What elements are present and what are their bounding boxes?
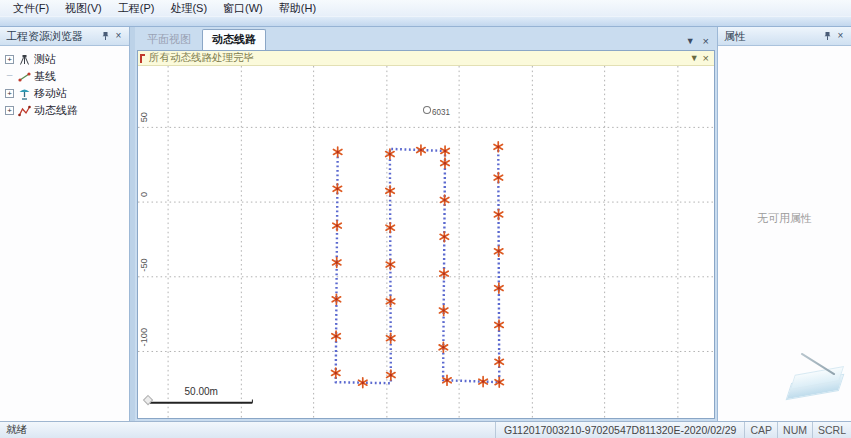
tab-strip: 平面视图动态线路	[137, 29, 267, 50]
status-project-id: G112017003210-97020547D811320E-2020/02/2…	[495, 422, 745, 438]
status-toggle-cap[interactable]: CAP	[744, 422, 777, 438]
tree-connector: ─	[5, 72, 14, 81]
sidebar-item-rovers[interactable]: +移动站	[2, 85, 127, 102]
tree-item-label: 基线	[34, 69, 56, 84]
sidebar-item-baselines[interactable]: ─基线	[2, 68, 127, 85]
tab-plan-view[interactable]: 平面视图	[137, 29, 201, 50]
track-plot-viewport[interactable]: 500-50-100603150.00m	[138, 66, 714, 418]
menu-item-window[interactable]: 窗口(W)	[216, 0, 270, 17]
svg-text:6031: 6031	[432, 108, 450, 117]
properties-header: 属性 ×	[718, 27, 851, 46]
expand-icon[interactable]: +	[5, 106, 14, 115]
dynamic-route-document: 所有动态线路处理完毕 ▼ × 500-50-100603150.00m	[137, 50, 715, 419]
menu-bar: 文件(F)视图(V)工程(P)处理(S)窗口(W)帮助(H)	[0, 0, 851, 16]
status-toggle-num[interactable]: NUM	[777, 422, 812, 438]
close-icon[interactable]: ×	[112, 30, 125, 43]
svg-text:50: 50	[139, 112, 149, 122]
project-explorer-header: 工程资源浏览器 ×	[0, 27, 129, 46]
project-explorer-title: 工程资源浏览器	[6, 29, 99, 44]
notification-chevron-down-icon[interactable]: ▼	[690, 54, 699, 63]
application-window: 文件(F)视图(V)工程(P)处理(S)窗口(W)帮助(H) 工程资源浏览器 ×…	[0, 0, 851, 438]
svg-text:50.00m: 50.00m	[184, 386, 217, 397]
status-toggle-group: CAPNUMSCRL	[744, 422, 851, 438]
tab-list-chevron-down-icon[interactable]: ▼	[686, 37, 695, 46]
status-toggle-scrl[interactable]: SCRL	[812, 422, 851, 438]
expand-icon[interactable]: +	[5, 89, 14, 98]
status-ready-text: 就绪	[0, 423, 495, 437]
track-plot: 500-50-100603150.00m	[138, 66, 714, 418]
properties-title: 属性	[724, 29, 821, 44]
watermark-logo	[784, 361, 848, 407]
sidebar-item-routes[interactable]: +动态线路	[2, 102, 127, 119]
menu-item-view[interactable]: 视图(V)	[58, 0, 109, 17]
tripod-icon	[17, 54, 31, 66]
tree-item-label: 移动站	[34, 86, 67, 101]
document-tab-bar: 平面视图动态线路 ▼ ×	[135, 27, 717, 50]
properties-panel: 属性 × 无可用属性	[717, 27, 851, 421]
track-markers	[332, 142, 504, 388]
svg-text:-50: -50	[139, 258, 149, 271]
notification-bar: 所有动态线路处理完毕 ▼ ×	[138, 51, 714, 66]
document-area: 平面视图动态线路 ▼ × 所有动态线路处理完毕 ▼ × 500-50-10060…	[135, 27, 717, 421]
route-icon	[17, 105, 31, 117]
expand-icon[interactable]: +	[5, 55, 14, 64]
close-icon[interactable]: ×	[834, 30, 847, 43]
station-marker[interactable]: 6031	[423, 106, 450, 117]
menu-item-project[interactable]: 工程(P)	[111, 0, 162, 17]
tab-dynamic-route[interactable]: 动态线路	[202, 29, 266, 50]
project-explorer-body: +测站─基线+移动站+动态线路	[0, 46, 129, 421]
tab-bar-controls: ▼ ×	[686, 36, 713, 50]
resource-tree: +测站─基线+移动站+动态线路	[0, 46, 129, 124]
scale-bar: 50.00m	[150, 386, 252, 402]
tree-item-label: 测站	[34, 52, 56, 67]
svg-text:-100: -100	[139, 328, 149, 346]
svg-text:0: 0	[139, 192, 149, 197]
no-properties-message: 无可用属性	[718, 211, 851, 226]
properties-body: 无可用属性	[718, 46, 851, 421]
y-axis-labels: 500-50-100	[139, 112, 149, 346]
menu-item-process[interactable]: 处理(S)	[163, 0, 214, 17]
main-area: 工程资源浏览器 × +测站─基线+移动站+动态线路 平面视图动态线路 ▼ ×	[0, 27, 851, 421]
pin-icon[interactable]	[821, 30, 834, 43]
status-bar: 就绪 G112017003210-97020547D811320E-2020/0…	[0, 421, 851, 438]
track-line	[336, 147, 500, 383]
notification-corner-mark	[140, 54, 145, 63]
menu-item-file[interactable]: 文件(F)	[6, 0, 56, 17]
rover-icon	[17, 88, 31, 100]
project-explorer-panel: 工程资源浏览器 × +测站─基线+移动站+动态线路	[0, 27, 130, 421]
tree-item-label: 动态线路	[34, 103, 78, 118]
notification-text: 所有动态线路处理完毕	[149, 51, 686, 65]
notification-close-icon[interactable]: ×	[703, 53, 709, 64]
baseline-icon	[17, 71, 31, 83]
menu-item-help[interactable]: 帮助(H)	[272, 0, 323, 17]
grid-layer	[138, 66, 714, 418]
toolbar-strip	[0, 16, 851, 27]
tab-close-icon[interactable]: ×	[703, 36, 709, 47]
sidebar-item-stations[interactable]: +测站	[2, 51, 127, 68]
pin-icon[interactable]	[99, 30, 112, 43]
